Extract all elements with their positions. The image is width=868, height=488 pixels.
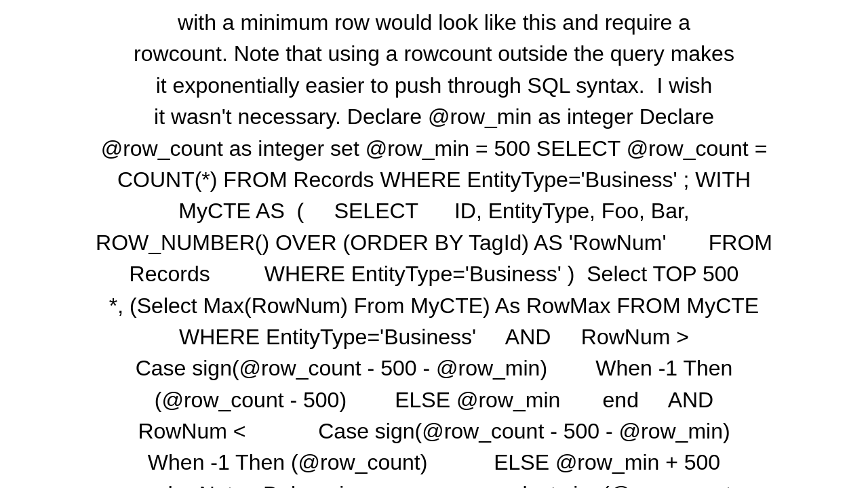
line-14: RowNum < Case sign(@row_count - 500 - @r…: [138, 419, 730, 443]
line-13: (@row_count - 500) ELSE @row_min end AND: [155, 388, 713, 412]
line-6: COUNT(*) FROM Records WHERE EntityType='…: [117, 167, 751, 192]
sql-text-block: with a minimum row would look like this …: [14, 7, 854, 488]
line-2: rowcount. Note that using a rowcount out…: [134, 41, 734, 66]
line-10: *, (Select Max(RowNum) From MyCTE) As Ro…: [109, 293, 759, 318]
line-15: When -1 Then (@row_count) ELSE @row_min …: [148, 450, 720, 474]
line-3: it exponentially easier to push through …: [156, 73, 713, 98]
line-16: end --Note : Debugging purposes. select …: [136, 482, 731, 488]
line-8: ROW_NUMBER() OVER (ORDER BY TagId) AS 'R…: [96, 230, 772, 255]
line-4: it wasn't necessary. Declare @row_min as…: [154, 104, 714, 129]
line-1: with a minimum row would look like this …: [178, 10, 690, 35]
line-11: WHERE EntityType='Business' AND RowNum >: [179, 325, 689, 349]
line-7: MyCTE AS ( SELECT ID, EntityType, Foo, B…: [178, 199, 689, 223]
line-9: Records WHERE EntityType='Business' ) Se…: [130, 262, 739, 286]
main-content: with a minimum row would look like this …: [0, 0, 868, 488]
line-12: Case sign(@row_count - 500 - @row_min) W…: [136, 356, 733, 380]
line-5: @row_count as integer set @row_min = 500…: [101, 136, 768, 161]
